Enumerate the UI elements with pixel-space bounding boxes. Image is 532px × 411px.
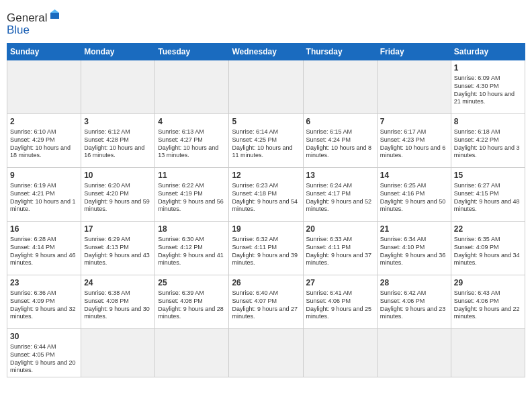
calendar-cell: 27Sunrise: 6:41 AM Sunset: 4:06 PM Dayli… — [303, 275, 377, 329]
day-info: Sunrise: 6:12 AM Sunset: 4:28 PM Dayligh… — [84, 128, 152, 160]
calendar-week-row: 1Sunrise: 6:09 AM Sunset: 4:30 PM Daylig… — [7, 60, 525, 114]
day-number: 16 — [10, 224, 78, 234]
day-number: 1 — [454, 62, 522, 73]
weekday-header-wednesday: Wednesday — [229, 44, 303, 60]
day-info: Sunrise: 6:25 AM Sunset: 4:16 PM Dayligh… — [380, 182, 448, 214]
calendar-cell — [155, 329, 229, 377]
calendar-cell: 19Sunrise: 6:32 AM Sunset: 4:11 PM Dayli… — [229, 222, 303, 275]
calendar-week-row: 30Sunrise: 6:44 AM Sunset: 4:05 PM Dayli… — [7, 329, 525, 377]
calendar-cell: 29Sunrise: 6:43 AM Sunset: 4:06 PM Dayli… — [451, 275, 525, 329]
calendar-cell — [377, 60, 451, 114]
day-info: Sunrise: 6:42 AM Sunset: 4:06 PM Dayligh… — [380, 289, 448, 321]
day-number: 19 — [232, 224, 300, 234]
day-number: 30 — [10, 331, 78, 342]
weekday-header-monday: Monday — [81, 44, 155, 60]
day-info: Sunrise: 6:14 AM Sunset: 4:25 PM Dayligh… — [232, 128, 300, 160]
day-number: 3 — [84, 116, 152, 127]
day-number: 10 — [84, 170, 152, 181]
day-info: Sunrise: 6:40 AM Sunset: 4:07 PM Dayligh… — [232, 289, 300, 321]
day-info: Sunrise: 6:41 AM Sunset: 4:06 PM Dayligh… — [306, 289, 374, 321]
day-info: Sunrise: 6:09 AM Sunset: 4:30 PM Dayligh… — [454, 75, 522, 106]
calendar-cell: 6Sunrise: 6:15 AM Sunset: 4:24 PM Daylig… — [303, 114, 377, 168]
calendar-cell — [155, 60, 229, 114]
day-info: Sunrise: 6:23 AM Sunset: 4:18 PM Dayligh… — [232, 182, 300, 214]
calendar-cell — [229, 329, 303, 377]
day-number: 26 — [232, 277, 300, 288]
svg-text:General: General — [7, 11, 47, 24]
calendar-week-row: 2Sunrise: 6:10 AM Sunset: 4:29 PM Daylig… — [7, 114, 525, 168]
calendar-week-row: 23Sunrise: 6:36 AM Sunset: 4:09 PM Dayli… — [7, 275, 525, 329]
day-number: 13 — [306, 170, 374, 181]
day-number: 23 — [10, 277, 78, 288]
calendar-cell: 20Sunrise: 6:33 AM Sunset: 4:11 PM Dayli… — [303, 222, 377, 275]
header: General Blue — [7, 7, 525, 39]
day-number: 12 — [232, 170, 300, 181]
day-info: Sunrise: 6:35 AM Sunset: 4:09 PM Dayligh… — [454, 236, 522, 267]
calendar-cell: 21Sunrise: 6:34 AM Sunset: 4:10 PM Dayli… — [377, 222, 451, 275]
logo: General Blue — [7, 9, 60, 39]
day-number: 24 — [84, 277, 152, 288]
day-info: Sunrise: 6:18 AM Sunset: 4:22 PM Dayligh… — [454, 128, 522, 160]
calendar-cell — [451, 329, 525, 377]
calendar-cell: 30Sunrise: 6:44 AM Sunset: 4:05 PM Dayli… — [7, 329, 81, 377]
day-number: 4 — [158, 116, 226, 127]
weekday-header-sunday: Sunday — [7, 44, 81, 60]
day-number: 11 — [158, 170, 226, 181]
day-number: 28 — [380, 277, 448, 288]
day-number: 20 — [306, 224, 374, 234]
day-number: 25 — [158, 277, 226, 288]
calendar-week-row: 9Sunrise: 6:19 AM Sunset: 4:21 PM Daylig… — [7, 168, 525, 222]
calendar-cell: 1Sunrise: 6:09 AM Sunset: 4:30 PM Daylig… — [451, 60, 525, 114]
calendar-week-row: 16Sunrise: 6:28 AM Sunset: 4:14 PM Dayli… — [7, 222, 525, 275]
calendar-cell: 4Sunrise: 6:13 AM Sunset: 4:27 PM Daylig… — [155, 114, 229, 168]
day-number: 8 — [454, 116, 522, 127]
day-number: 27 — [306, 277, 374, 288]
weekday-header-saturday: Saturday — [451, 44, 525, 60]
calendar-cell: 11Sunrise: 6:22 AM Sunset: 4:19 PM Dayli… — [155, 168, 229, 222]
day-info: Sunrise: 6:24 AM Sunset: 4:17 PM Dayligh… — [306, 182, 374, 214]
day-info: Sunrise: 6:27 AM Sunset: 4:15 PM Dayligh… — [454, 182, 522, 214]
day-info: Sunrise: 6:15 AM Sunset: 4:24 PM Dayligh… — [306, 128, 374, 160]
calendar-cell: 2Sunrise: 6:10 AM Sunset: 4:29 PM Daylig… — [7, 114, 81, 168]
day-info: Sunrise: 6:43 AM Sunset: 4:06 PM Dayligh… — [454, 289, 522, 321]
calendar-cell — [7, 60, 81, 114]
calendar-cell: 8Sunrise: 6:18 AM Sunset: 4:22 PM Daylig… — [451, 114, 525, 168]
day-info: Sunrise: 6:38 AM Sunset: 4:08 PM Dayligh… — [84, 289, 152, 321]
day-info: Sunrise: 6:36 AM Sunset: 4:09 PM Dayligh… — [10, 289, 78, 321]
calendar-cell — [303, 329, 377, 377]
day-info: Sunrise: 6:44 AM Sunset: 4:05 PM Dayligh… — [10, 343, 78, 375]
day-number: 2 — [10, 116, 78, 127]
calendar-table: SundayMondayTuesdayWednesdayThursdayFrid… — [7, 43, 525, 377]
calendar-cell — [81, 60, 155, 114]
calendar-cell: 17Sunrise: 6:29 AM Sunset: 4:13 PM Dayli… — [81, 222, 155, 275]
svg-marker-4 — [50, 13, 59, 19]
calendar-cell: 9Sunrise: 6:19 AM Sunset: 4:21 PM Daylig… — [7, 168, 81, 222]
calendar-cell — [81, 329, 155, 377]
day-info: Sunrise: 6:17 AM Sunset: 4:23 PM Dayligh… — [380, 128, 448, 160]
day-number: 15 — [454, 170, 522, 181]
calendar-cell: 16Sunrise: 6:28 AM Sunset: 4:14 PM Dayli… — [7, 222, 81, 275]
day-number: 14 — [380, 170, 448, 181]
day-number: 29 — [454, 277, 522, 288]
calendar-cell — [377, 329, 451, 377]
page: General Blue SundayMondayTuesdayWednesda… — [0, 0, 532, 411]
day-info: Sunrise: 6:19 AM Sunset: 4:21 PM Dayligh… — [10, 182, 78, 214]
day-number: 21 — [380, 224, 448, 234]
weekday-header-row: SundayMondayTuesdayWednesdayThursdayFrid… — [7, 44, 525, 60]
day-number: 7 — [380, 116, 448, 127]
weekday-header-friday: Friday — [377, 44, 451, 60]
day-info: Sunrise: 6:32 AM Sunset: 4:11 PM Dayligh… — [232, 236, 300, 267]
day-number: 18 — [158, 224, 226, 234]
calendar-cell: 22Sunrise: 6:35 AM Sunset: 4:09 PM Dayli… — [451, 222, 525, 275]
day-number: 6 — [306, 116, 374, 127]
calendar-cell: 3Sunrise: 6:12 AM Sunset: 4:28 PM Daylig… — [81, 114, 155, 168]
day-info: Sunrise: 6:20 AM Sunset: 4:20 PM Dayligh… — [84, 182, 152, 214]
day-number: 17 — [84, 224, 152, 234]
calendar-cell: 12Sunrise: 6:23 AM Sunset: 4:18 PM Dayli… — [229, 168, 303, 222]
day-info: Sunrise: 6:10 AM Sunset: 4:29 PM Dayligh… — [10, 128, 78, 160]
calendar-cell: 23Sunrise: 6:36 AM Sunset: 4:09 PM Dayli… — [7, 275, 81, 329]
svg-text:Blue: Blue — [7, 24, 30, 36]
weekday-header-thursday: Thursday — [303, 44, 377, 60]
calendar-cell: 24Sunrise: 6:38 AM Sunset: 4:08 PM Dayli… — [81, 275, 155, 329]
calendar-cell: 7Sunrise: 6:17 AM Sunset: 4:23 PM Daylig… — [377, 114, 451, 168]
